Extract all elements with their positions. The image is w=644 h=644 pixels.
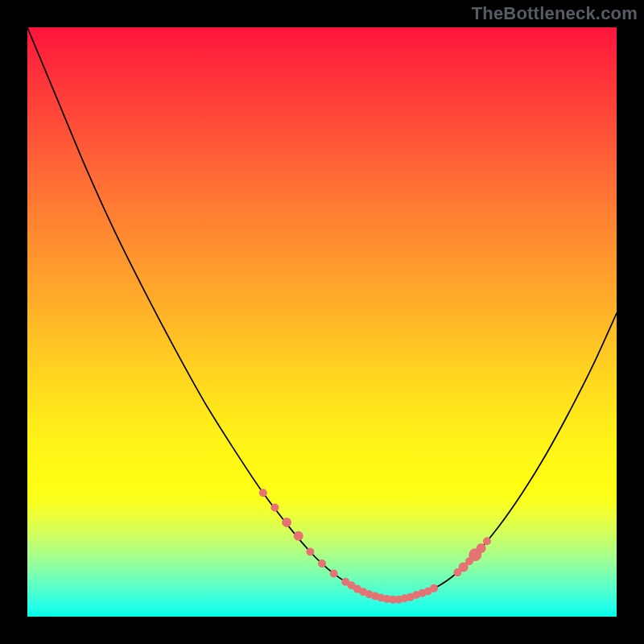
curve-marker	[306, 547, 314, 555]
curve-marker	[430, 584, 438, 592]
bottleneck-curve	[27, 27, 617, 600]
curve-marker	[259, 489, 267, 497]
marker-group	[259, 489, 491, 603]
curve-marker	[282, 518, 291, 527]
curve-marker	[318, 559, 326, 568]
curve-marker	[294, 531, 303, 541]
watermark-text: TheBottleneck.com	[472, 3, 638, 24]
curve-marker	[330, 570, 338, 578]
curve-marker	[483, 537, 491, 545]
chart-svg	[27, 27, 617, 617]
curve-marker	[270, 504, 279, 512]
chart-plot-area	[27, 27, 617, 617]
curve-marker	[477, 543, 486, 553]
